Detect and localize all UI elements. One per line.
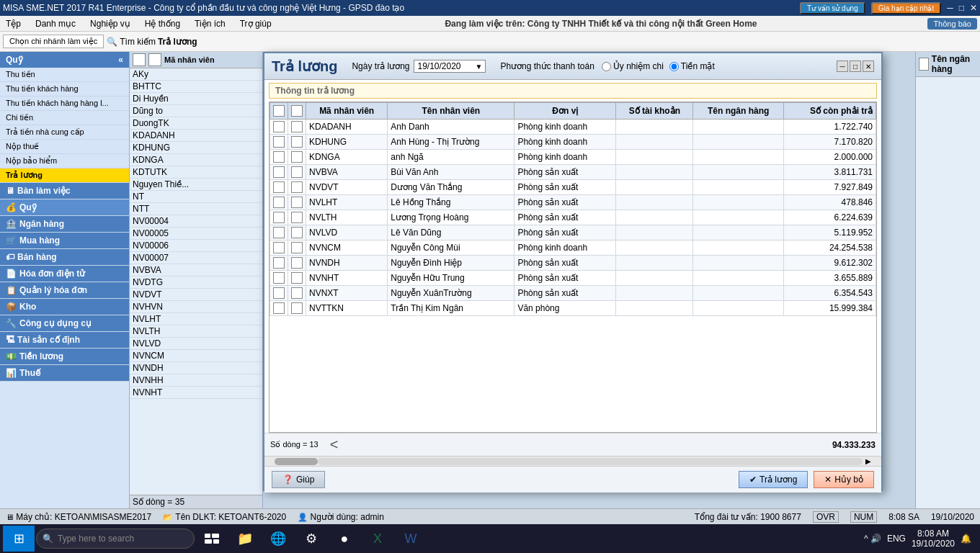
col-check1[interactable] bbox=[270, 103, 288, 120]
employee-item-ntt[interactable]: NTT bbox=[130, 203, 262, 215]
employee-item-dihuyen[interactable]: Di Huyền bbox=[130, 93, 262, 105]
employee-item-nvdvt[interactable]: NVDVT bbox=[130, 289, 262, 301]
browser-btn[interactable]: 🌐 bbox=[262, 526, 294, 552]
row-check2[interactable] bbox=[288, 165, 306, 180]
col-don-vi[interactable]: Đơn vị bbox=[514, 103, 616, 120]
employee-list-checkbox2[interactable] bbox=[148, 53, 161, 66]
employee-list-checkbox[interactable] bbox=[133, 53, 146, 66]
word-btn[interactable]: W bbox=[395, 526, 427, 552]
employee-item-kdadanh[interactable]: KDADANH bbox=[130, 130, 262, 142]
date-input[interactable] bbox=[417, 61, 475, 71]
row-check2[interactable] bbox=[288, 271, 306, 286]
col-ma-nv[interactable]: Mã nhân viên bbox=[306, 103, 388, 120]
employee-item-kdnga[interactable]: KDNGA bbox=[130, 154, 262, 166]
app1-btn[interactable]: ⚙ bbox=[295, 526, 327, 552]
row-check1[interactable] bbox=[270, 301, 288, 316]
table-row[interactable]: NVLHT Lê Hồng Thắng Phòng sản xuất 478.8… bbox=[270, 195, 876, 210]
scrollbar-thumb[interactable] bbox=[275, 458, 318, 465]
payment-unc[interactable]: Ủy nhiệm chi bbox=[602, 61, 664, 71]
row-check2[interactable] bbox=[288, 210, 306, 225]
date-dropdown-icon[interactable]: ▼ bbox=[475, 63, 482, 71]
employee-item-nvnht[interactable]: NVNHT bbox=[130, 387, 262, 399]
employee-item-nvncm[interactable]: NVNCM bbox=[130, 350, 262, 362]
payment-unc-radio[interactable] bbox=[602, 62, 611, 71]
row-check2[interactable] bbox=[288, 120, 306, 135]
row-check1[interactable] bbox=[270, 135, 288, 150]
row-check2[interactable] bbox=[288, 180, 306, 195]
sidebar-item-chi-tien[interactable]: Chi tiền bbox=[0, 111, 129, 125]
col-so-phai-tra[interactable]: Số còn phải trả bbox=[784, 103, 876, 120]
row-check1[interactable] bbox=[270, 240, 288, 256]
row-check1[interactable] bbox=[270, 150, 288, 165]
row-check1[interactable] bbox=[270, 256, 288, 271]
employee-item-nguyenthie[interactable]: Nguyen Thiề... bbox=[130, 179, 262, 191]
sidebar-group-thue[interactable]: 📊 Thuế bbox=[0, 365, 129, 382]
employee-item-nvbva[interactable]: NVBVA bbox=[130, 264, 262, 276]
row-check2[interactable] bbox=[288, 240, 306, 256]
sidebar-group-cong-cu[interactable]: 🔧 Công cụ dụng cụ bbox=[0, 315, 129, 332]
table-row[interactable]: KDADANH Anh Danh Phòng kinh doanh 1.722.… bbox=[270, 120, 876, 135]
sidebar-group-ngan-hang[interactable]: 🏦 Ngân hàng bbox=[0, 216, 129, 233]
row-check2[interactable] bbox=[288, 256, 306, 271]
row-check1[interactable] bbox=[270, 286, 288, 301]
employee-item-nvlth[interactable]: NVLTH bbox=[130, 325, 262, 338]
row-check1[interactable] bbox=[270, 210, 288, 225]
menu-tien-ich[interactable]: Tiện ích bbox=[192, 17, 228, 30]
row-check1[interactable] bbox=[270, 165, 288, 180]
col-so-tk[interactable]: Số tài khoản bbox=[616, 103, 693, 120]
scroll-left-icon[interactable]: < bbox=[330, 436, 339, 453]
employee-item-nv00005[interactable]: NV00005 bbox=[130, 228, 262, 240]
sidebar-group-quan-ly-hd[interactable]: 📋 Quản lý hóa đơn bbox=[0, 282, 129, 299]
table-row[interactable]: NVNDH Nguyễn Đình Hiệp Phòng sản xuất 9.… bbox=[270, 256, 876, 271]
start-button[interactable]: ⊞ bbox=[3, 526, 35, 552]
row-check1[interactable] bbox=[270, 180, 288, 195]
sidebar-group-hoa-don-dt[interactable]: 📄 Hóa đơn điện tử bbox=[0, 266, 129, 282]
employee-item-duongtk[interactable]: DuongTK bbox=[130, 117, 262, 130]
sidebar-group-ban-hang[interactable]: 🏷 Bán hàng bbox=[0, 249, 129, 266]
scrollbar-track[interactable] bbox=[318, 458, 863, 465]
date-input-container[interactable]: ▼ bbox=[414, 60, 486, 73]
cancel-button[interactable]: ✕ Hủy bỏ bbox=[814, 471, 874, 488]
menu-danh-muc[interactable]: Danh mục bbox=[32, 17, 79, 30]
employee-item-nvndh[interactable]: NVNDH bbox=[130, 362, 262, 374]
table-row[interactable]: KDNGA anh Ngã Phòng kinh doanh 2.000.000 bbox=[270, 150, 876, 165]
sidebar-group-tien-luong[interactable]: 💵 Tiền lương bbox=[0, 349, 129, 365]
sidebar-collapse-icon[interactable]: « bbox=[118, 55, 123, 65]
col-check2[interactable] bbox=[288, 103, 306, 120]
row-check1[interactable] bbox=[270, 120, 288, 135]
sidebar-item-thu-tien[interactable]: Thu tiền bbox=[0, 68, 129, 82]
task-view-btn[interactable] bbox=[196, 526, 228, 552]
menu-nghiep-vu[interactable]: Nghiệp vụ bbox=[87, 17, 133, 30]
table-row[interactable]: KDHUNG Anh Hùng - Thị Trường Phòng kinh … bbox=[270, 135, 876, 150]
dialog-maximize-btn[interactable]: □ bbox=[850, 60, 861, 72]
maximize-icon[interactable]: □ bbox=[959, 3, 964, 13]
right-panel-checkbox[interactable] bbox=[919, 58, 929, 71]
sidebar-item-nop-bao-hiem[interactable]: Nộp bảo hiểm bbox=[0, 154, 129, 168]
employee-item-nv00004[interactable]: NV00004 bbox=[130, 215, 262, 228]
file-explorer-btn[interactable]: 📁 bbox=[229, 526, 261, 552]
employee-item-nv00006[interactable]: NV00006 bbox=[130, 240, 262, 252]
employee-item-nv00007[interactable]: NV00007 bbox=[130, 252, 262, 264]
employee-item-bhttc[interactable]: BHTTC bbox=[130, 81, 262, 93]
employee-item-nvlvd[interactable]: NVLVD bbox=[130, 338, 262, 350]
employee-item-nvnhh[interactable]: NVNHH bbox=[130, 374, 262, 387]
table-row[interactable]: NVNHT Nguyễn Hữu Trung Phòng sản xuất 3.… bbox=[270, 271, 876, 286]
branch-button[interactable]: Chọn chi nhánh làm việc bbox=[3, 35, 104, 48]
row-check2[interactable] bbox=[288, 225, 306, 240]
table-row[interactable]: NVLVD Lê Văn Dũng Phòng sản xuất 5.119.9… bbox=[270, 225, 876, 240]
sidebar-group-ban-lam-viec[interactable]: 🖥 Bàn làm việc bbox=[0, 183, 129, 199]
dialog-close-btn[interactable]: ✕ bbox=[863, 60, 874, 72]
sidebar-item-nop-thue[interactable]: Nộp thuế bbox=[0, 140, 129, 154]
row-check2[interactable] bbox=[288, 301, 306, 316]
row-check1[interactable] bbox=[270, 225, 288, 240]
data-table-container[interactable]: Mã nhân viên Tên nhân viên Đơn vị Số tài… bbox=[269, 102, 877, 433]
sidebar-group-quy[interactable]: 💰 Quỹ bbox=[0, 199, 129, 216]
notification-icon[interactable]: 🔔 bbox=[961, 534, 971, 544]
row-check1[interactable] bbox=[270, 271, 288, 286]
sidebar-item-thu-tien-kh[interactable]: Thu tiền khách hàng bbox=[0, 82, 129, 96]
dialog-minimize-btn[interactable]: ─ bbox=[837, 60, 848, 72]
employee-item-kdhung[interactable]: KDHUNG bbox=[130, 142, 262, 154]
help-button[interactable]: ❓ Giúp bbox=[272, 471, 325, 488]
employee-item-nt[interactable]: NT bbox=[130, 191, 262, 203]
employee-item-nvhvn[interactable]: NVHVN bbox=[130, 301, 262, 313]
